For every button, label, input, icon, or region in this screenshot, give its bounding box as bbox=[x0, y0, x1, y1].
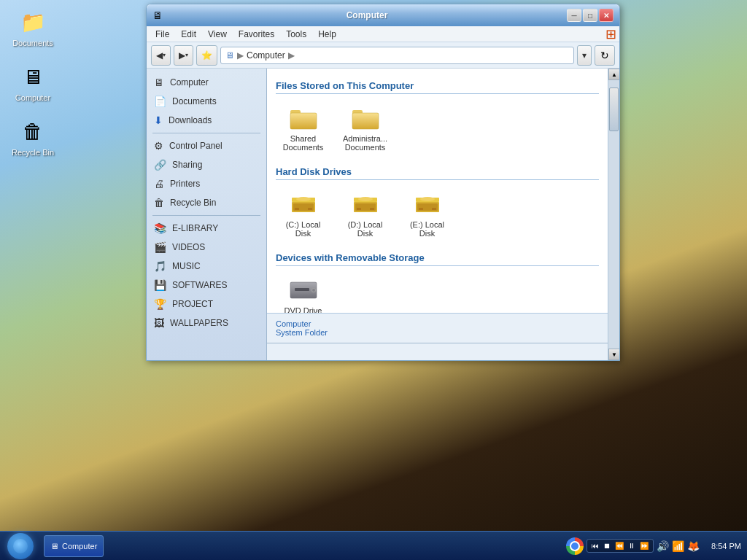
taskbar-item-computer[interactable]: 🖥 Computer bbox=[44, 535, 104, 557]
taskbar-items: 🖥 Computer bbox=[41, 535, 107, 557]
tray-speaker-icon[interactable]: 🔊 bbox=[657, 540, 669, 552]
desktop-icon-documents[interactable]: 📁 Documents bbox=[7, 7, 58, 47]
documents-sidebar-icon: 📄 bbox=[154, 96, 166, 107]
back-icon: ◀ bbox=[156, 50, 163, 61]
tray-firefox-icon[interactable]: 🦊 bbox=[687, 540, 700, 552]
elibrary-icon: 📚 bbox=[154, 222, 166, 234]
sidebar-recycle-label: Recycle Bin bbox=[170, 198, 216, 208]
scroll-up-button[interactable]: ▲ bbox=[608, 69, 619, 80]
minimize-button[interactable]: ─ bbox=[567, 9, 581, 22]
menu-bar: File Edit View Favorites Tools Help ⊞ bbox=[147, 26, 619, 42]
start-orb bbox=[7, 533, 34, 559]
control-panel-icon: ⚙ bbox=[154, 140, 163, 152]
section-header-removable: Devices with Removable Storage bbox=[276, 252, 599, 266]
system-tray: ⏮ ⏹ ⏪ ⏸ ⏩ 🔊 📶 🦊 bbox=[560, 537, 705, 555]
refresh-button[interactable]: ↻ bbox=[595, 45, 615, 66]
refresh-icon: ↻ bbox=[600, 50, 609, 61]
back-button[interactable]: ◀ ▾ bbox=[151, 45, 171, 66]
start-button[interactable] bbox=[0, 533, 41, 559]
info-title: Computer bbox=[276, 319, 311, 328]
files-grid-hdd: (C:) Local Disk bbox=[276, 187, 599, 241]
scroll-thumb[interactable] bbox=[609, 88, 619, 131]
media-rewind-button[interactable]: ⏪ bbox=[614, 541, 625, 551]
sidebar-control-panel-label: Control Panel bbox=[169, 141, 222, 151]
file-item-dvd[interactable]: DVD Drive bbox=[276, 273, 330, 313]
address-bar[interactable]: 🖥 ▶ Computer ▶ bbox=[220, 47, 574, 64]
recycle-label: Recycle Bin bbox=[12, 148, 54, 157]
main-content: 🖥 Computer 📄 Documents ⬇ Downloads ⚙ Con… bbox=[147, 69, 619, 360]
sidebar-item-recycle-bin[interactable]: 🗑 Recycle Bin bbox=[147, 193, 266, 212]
computer-window: 🖥 Computer ─ □ ✕ File Edit View Favorite… bbox=[146, 4, 620, 361]
disk-e-icon bbox=[411, 190, 444, 218]
sidebar-item-project[interactable]: 🏆 PROJECT bbox=[147, 295, 266, 314]
sidebar-item-printers[interactable]: 🖨 Printers bbox=[147, 174, 266, 193]
media-forward-button[interactable]: ⏩ bbox=[638, 541, 650, 551]
sidebar-item-videos[interactable]: 🎬 VIDEOS bbox=[147, 238, 266, 257]
back-dropdown-icon: ▾ bbox=[163, 52, 166, 58]
close-button[interactable]: ✕ bbox=[599, 9, 614, 22]
desktop-icon-computer[interactable]: 🖥 Computer bbox=[7, 62, 58, 102]
sidebar-item-downloads[interactable]: ⬇ Downloads bbox=[147, 111, 266, 130]
computer-label: Computer bbox=[15, 93, 50, 102]
toolbar: ◀ ▾ ▶ ▾ ⭐ 🖥 ▶ Computer ▶ ▾ ↻ bbox=[147, 42, 619, 69]
maximize-button[interactable]: □ bbox=[583, 9, 597, 22]
sidebar-item-music[interactable]: 🎵 MUSIC bbox=[147, 257, 266, 276]
file-item-disk-c[interactable]: (C:) Local Disk bbox=[276, 187, 330, 241]
media-controls: ⏮ ⏹ ⏪ ⏸ ⏩ bbox=[587, 539, 654, 553]
file-panel: Files Stored on This Computer bbox=[267, 69, 608, 360]
menu-file[interactable]: File bbox=[150, 28, 175, 41]
recent-pages-button[interactable]: ⭐ bbox=[196, 45, 217, 66]
media-prev-button[interactable]: ⏮ bbox=[590, 541, 600, 551]
sidebar-item-softwares[interactable]: 💾 SOFTWARES bbox=[147, 276, 266, 295]
taskbar-computer-label: Computer bbox=[62, 542, 97, 551]
media-pause-button[interactable]: ⏸ bbox=[627, 541, 637, 551]
address-dropdown-button[interactable]: ▾ bbox=[577, 45, 592, 66]
disk-c-label: (C:) Local Disk bbox=[279, 220, 328, 238]
svg-rect-5 bbox=[352, 113, 379, 129]
sidebar-item-documents[interactable]: 📄 Documents bbox=[147, 92, 266, 111]
menu-favorites[interactable]: Favorites bbox=[233, 28, 280, 41]
documents-icon: 📁 bbox=[18, 7, 47, 36]
info-subtitle: System Folder bbox=[276, 328, 328, 337]
svg-rect-17 bbox=[370, 208, 374, 210]
shared-docs-label: Shared Documents bbox=[279, 134, 328, 152]
printers-icon: 🖨 bbox=[154, 178, 164, 190]
file-item-shared-docs[interactable]: Shared Documents bbox=[276, 101, 330, 155]
media-stop-button[interactable]: ⏹ bbox=[602, 541, 612, 551]
svg-point-9 bbox=[296, 197, 311, 201]
sidebar-divider-2 bbox=[152, 215, 260, 216]
forward-button[interactable]: ▶ ▾ bbox=[174, 45, 193, 66]
section-header-hdd: Hard Disk Drives bbox=[276, 166, 599, 180]
tray-network-icon[interactable]: 📶 bbox=[672, 540, 684, 552]
file-item-admin-docs[interactable]: Administra... Documents bbox=[338, 101, 392, 155]
menu-help[interactable]: Help bbox=[312, 28, 342, 41]
desktop-icon-recycle[interactable]: 🗑 Recycle Bin bbox=[7, 117, 58, 157]
forward-dropdown-icon: ▾ bbox=[185, 52, 188, 58]
sidebar: 🖥 Computer 📄 Documents ⬇ Downloads ⚙ Con… bbox=[147, 69, 267, 360]
address-separator: ▶ bbox=[237, 50, 244, 61]
disk-d-icon bbox=[349, 190, 382, 218]
chrome-tray-icon[interactable] bbox=[566, 537, 584, 555]
dvd-label: DVD Drive bbox=[285, 306, 322, 313]
sidebar-item-computer[interactable]: 🖥 Computer bbox=[147, 73, 266, 92]
menu-tools[interactable]: Tools bbox=[280, 28, 312, 41]
menu-edit[interactable]: Edit bbox=[175, 28, 202, 41]
menu-view[interactable]: View bbox=[202, 28, 233, 41]
sidebar-item-elibrary[interactable]: 📚 E-LIBRARY bbox=[147, 219, 266, 238]
file-item-disk-e[interactable]: (E:) Local Disk bbox=[400, 187, 454, 241]
system-clock[interactable]: 8:54 PM bbox=[705, 542, 747, 551]
sidebar-item-control-panel[interactable]: ⚙ Control Panel bbox=[147, 136, 266, 155]
title-bar: 🖥 Computer ─ □ ✕ bbox=[147, 4, 619, 26]
svg-rect-16 bbox=[357, 208, 361, 210]
scroll-track[interactable] bbox=[608, 80, 619, 349]
scrollbar[interactable]: ▲ ▼ bbox=[608, 69, 619, 360]
info-panel-link[interactable]: Computer System Folder bbox=[276, 319, 328, 337]
sidebar-item-sharing[interactable]: 🔗 Sharing bbox=[147, 155, 266, 174]
window-title: Computer bbox=[167, 10, 567, 20]
section-header-files: Files Stored on This Computer bbox=[276, 80, 599, 94]
file-item-disk-d[interactable]: (D:) Local Disk bbox=[338, 187, 392, 241]
scroll-down-button[interactable]: ▼ bbox=[608, 349, 619, 360]
disk-c-icon bbox=[287, 190, 320, 218]
sidebar-item-wallpapers[interactable]: 🖼 WALLPAPERS bbox=[147, 314, 266, 332]
files-grid-stored: Shared Documents bbox=[276, 101, 599, 155]
